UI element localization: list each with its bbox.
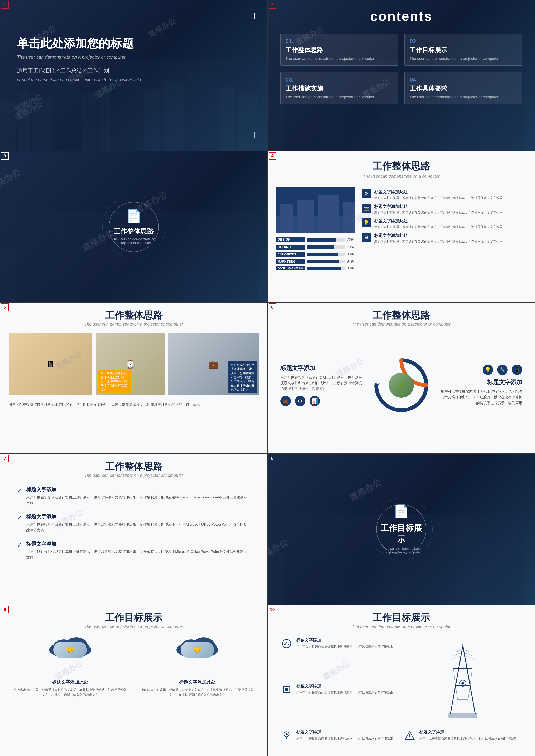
svg-point-41: [288, 644, 289, 645]
card-num-4: 04.: [409, 76, 517, 83]
slide-8: 8 道格办公 道格办公 📄 工作目标展示 The user can demons…: [268, 454, 535, 605]
outer-ring-8: [370, 498, 433, 561]
s4-icon-4: 🖥: [362, 233, 371, 242]
s7-content-3: 标题文字添加 用户可以在投影仪或者计算机上进行演示，也可以将演示文稿打印出来，制…: [26, 541, 251, 560]
slide5-title: 工作整体思路: [0, 309, 268, 322]
bar-design: DESIGN 76%: [276, 237, 355, 242]
page-number-9: 9: [1, 606, 9, 613]
s5-img-1: 🖥: [9, 333, 92, 395]
slide9-header: 工作目标展示 The user can demonstrate on a pro…: [0, 605, 268, 633]
outer-ring-3: [102, 196, 165, 258]
city-image: [276, 187, 355, 233]
card-title-1: 工作整体思路: [286, 46, 393, 54]
s4-item-desc-3: 您的内容打在这里，或者通过复制您的文本后，在此框中选择粘贴，并选择只保留文字在这…: [374, 225, 502, 229]
slide4-image: [276, 187, 355, 233]
svg-point-56: [462, 682, 464, 685]
slide5-desc: 用户可以在投影仪或者计算机上进行演示，也可以将演示文稿打印出来，制作成胶片，以便…: [0, 398, 268, 411]
page-number-3: 3: [1, 152, 9, 160]
s10-title-2: 标题文字添加: [296, 683, 393, 689]
s7-content-1: 标题文字添加 用户可以在投影仪或者计算机上进行演示，也可以将演示文稿打印出来，制…: [26, 486, 251, 506]
s10-desc-2: 用户可以在投影仪或者计算机上进行演示，也可以将演示文稿打印出来: [296, 690, 393, 695]
bar-marketing: MARKETING 84%: [276, 259, 355, 264]
slide-9: 9 道格办公 工作目标展示 The user can demonstrate o…: [0, 605, 268, 756]
s10-icon-4: [403, 729, 416, 742]
s6-icon-1: 💼: [280, 396, 291, 406]
card-desc-1: The user can demonstrate on a projector …: [286, 57, 374, 61]
page-number-7: 7: [1, 455, 9, 462]
slide4-right: ⚙ 标题文字添加此处 您的内容打在这里，或者通过复制您的文本后，在此框中选择粘贴…: [362, 187, 527, 295]
s10-title-3: 标题文字添加: [296, 729, 393, 735]
bar-pct-coding: 70%: [347, 245, 355, 249]
s7-item-1: ✓ 标题文字添加 用户可以在投影仪或者计算机上进行演示，也可以将演示文稿打印出来…: [17, 486, 251, 506]
checkmark-3: ✓: [17, 542, 22, 549]
bar-track-marketing: [307, 260, 345, 264]
slide9-title: 工作目标展示: [0, 611, 268, 624]
bar-fill-conception: [307, 253, 338, 256]
slide4-header: 工作整体思路 The user can demonstrate on a com…: [268, 152, 535, 183]
s4-item-1: ⚙ 标题文字添加此处 您的内容打在这里，或者通过复制您的文本后，在此框中选择粘贴…: [362, 189, 527, 200]
slide6-right-desc: 用户可以在投影仪或者计算机上进行演示，也可以将演示文稿打印出来，制作成胶片，以便…: [439, 389, 522, 406]
slide6-title: 工作整体思路: [268, 309, 535, 322]
slide10-content: 标题文字添加 用户可以在投影仪或者计算机上进行演示，也可以将演示文稿打印出来 标…: [268, 633, 535, 746]
s5-img-3: 💼 用户可以在投影仪或者计算机上进行演示，也可以将演示文稿打印出来，制作成胶片，…: [168, 333, 259, 395]
bar-track-conception: [307, 253, 345, 256]
card-title-3: 工作措施实施: [286, 84, 393, 93]
s10-item-4: 标题文字添加 用户可以在投影仪或者计算机上进行演示，也可以将演示文稿打印出来: [403, 729, 522, 742]
slide6-right: 💡 🔧 📱 标题文字添加 用户可以在投影仪或者计算机上进行演示，也可以将演示文稿…: [439, 365, 522, 406]
slide-grid: 1 道格办公 道格办公 道格办公 道格办公 道格办公 道格办公: [0, 0, 535, 756]
svg-point-40: [284, 644, 286, 645]
s7-desc-3: 用户可以在投影仪或者计算机上进行演示，也可以将演示文稿打印出来，制作成胶片，以便…: [26, 549, 251, 560]
svg-rect-1: [0, 101, 16, 151]
bar-conception: CONCEPTION 80%: [276, 252, 355, 257]
s7-desc-1: 用户可以在投影仪或者计算机上进行演示，也可以将演示文稿打印出来，制作成胶片，以便…: [26, 494, 251, 506]
svg-rect-4: [54, 81, 79, 151]
slide5-header: 工作整体思路 The user can demonstrate on a pro…: [0, 303, 268, 331]
bar-track-design: [307, 238, 345, 241]
card-title-4: 工作具体要求: [409, 84, 517, 93]
slide2-title: contents: [268, 9, 535, 24]
s9-desc-2: 您的内容打在这里，或者通过复制您的文本后，在此框中选择粘贴，并选择只保留文字，在…: [140, 687, 255, 697]
s9-cloud-1: 🤝: [47, 637, 93, 675]
svg-rect-11: [219, 87, 236, 151]
s7-desc-2: 用户可以在投影仪或者计算机上进行演示，也可以将演示文稿打印出来，制作成胶片，以便…: [26, 521, 251, 533]
s9-img-1: 🤝: [53, 641, 87, 658]
bar-fill-marketing: [307, 260, 339, 264]
divider-line: [17, 65, 251, 65]
slide6-content: 标题文字添加 用户可以在投影仪或者计算机上进行演示，也可以将演示文稿打印出来，制…: [268, 330, 535, 440]
slide6-center-img: 🌿: [389, 373, 414, 398]
card-num-1: 01.: [286, 38, 393, 44]
s4-text-1: 标题文字添加此处 您的内容打在这里，或者通过复制您的文本后，在此框中选择粘贴，并…: [374, 189, 502, 200]
sub-title: The user can demonstrate on a projector …: [17, 54, 251, 60]
slide7-title: 工作整体思路: [0, 460, 268, 473]
s9-title-1: 标题文字添加此处: [52, 679, 88, 685]
bar-chart: DESIGN 76% CODING 70% CONC: [276, 237, 355, 270]
s10-item-3: 标题文字添加 用户可以在投影仪或者计算机上进行演示，也可以将演示文稿打印出来: [280, 729, 399, 742]
svg-point-39: [282, 639, 291, 648]
s10-title-4: 标题文字添加: [419, 729, 516, 735]
slide4-left: DESIGN 76% CODING 70% CONC: [276, 187, 355, 295]
slide-4: 4 道格办公 工作整体思路 The user can demonstrate o…: [268, 151, 535, 302]
slide-5: 5 道格办公 工作整体思路 The user can demonstrate o…: [0, 302, 268, 454]
s9-col-1: 🤝 标题文字添加此处 您的内容打在这里，或者通过复制您的文本后，在此框中选择粘贴…: [13, 637, 127, 697]
bar-fill-design: [307, 238, 336, 241]
svg-rect-12: [238, 95, 258, 151]
s7-item-2: ✓ 标题文字添加 用户可以在投影仪或者计算机上进行演示，也可以将演示文稿打印出来…: [17, 513, 251, 533]
s10-desc-1: 用户可以在投影仪或者计算机上进行演示，也可以将演示文稿打印出来: [296, 644, 393, 649]
page-number-2: 2: [268, 1, 276, 9]
s6-icon-3: 📊: [310, 396, 320, 406]
s4-text-2: 标题文字添加此处 您的内容打在这里，或者通过复制您的文本后，在此框中选择粘贴，并…: [374, 204, 502, 215]
bar-social: SOCIAL MARKETING 88%: [276, 266, 355, 270]
svg-rect-9: [163, 81, 185, 151]
s10-icon-2: [280, 683, 293, 696]
bar-label-design: DESIGN: [276, 237, 305, 242]
contents-card-2: 02. 工作目标展示 The user can demonstrate on a…: [405, 34, 522, 66]
s10-item-1: 标题文字添加 用户可以在投影仪或者计算机上进行演示，也可以将演示文稿打印出来: [280, 637, 399, 679]
slide6-right-icons: 💡 🔧 📱: [439, 365, 522, 375]
s6-icon-r3: 📱: [512, 365, 522, 375]
s5-img-2: ⌚ 用户可以在投影仪或者计算机上进行演示，也可以将演示文稿打印出来并广泛宣传中: [96, 333, 165, 395]
card-title-2: 工作目标展示: [409, 46, 517, 54]
slide9-subtitle: The user can demonstrate on a projector …: [0, 624, 268, 629]
slide6-subtitle: The user can demonstrate on a projector …: [268, 322, 535, 326]
bar-pct-conception: 80%: [347, 253, 355, 256]
svg-rect-2: [18, 91, 30, 151]
